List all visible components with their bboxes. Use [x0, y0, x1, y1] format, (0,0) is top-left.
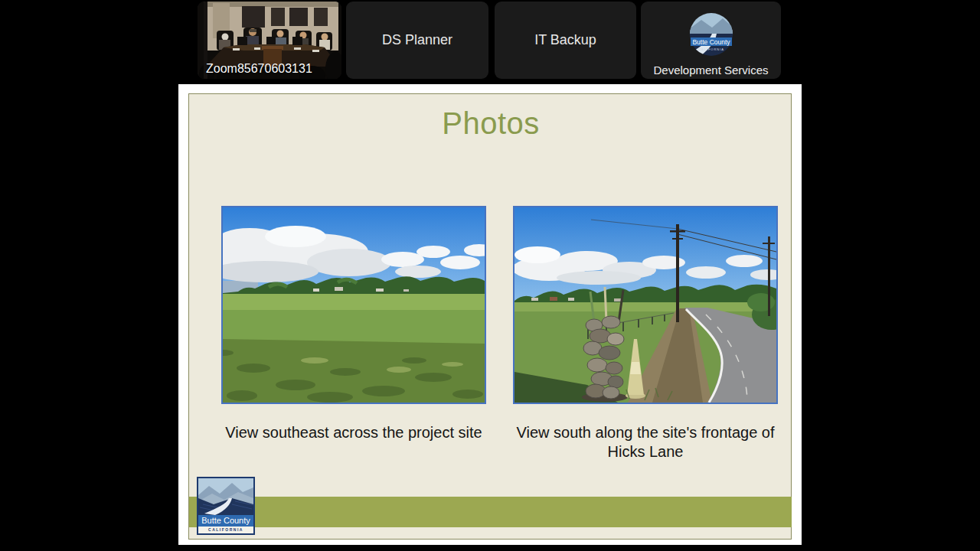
photo-caption-left: View southeast across the project site	[220, 423, 488, 442]
participant-name-label: DS Planner	[346, 2, 488, 79]
logo-banner-text: Butte County	[198, 515, 253, 527]
road-photo-illustration	[514, 207, 776, 403]
svg-text:Butte County: Butte County	[692, 38, 730, 46]
slide-accent-bar	[189, 497, 792, 527]
photo-caption-right: View south along the site's frontage of …	[511, 423, 779, 461]
shared-presentation-slide: Photos	[178, 84, 802, 545]
participant-name-label: IT Backup	[495, 2, 636, 79]
butte-county-round-logo: Butte County CALIFORNIA	[689, 12, 733, 60]
photo-project-site-southeast	[221, 206, 486, 404]
logo-subtext: CALIFORNIA	[198, 527, 253, 533]
participant-name-label: Zoom85670603131	[206, 62, 312, 76]
slide-content-panel: Photos	[188, 93, 792, 540]
slide-title: Photos	[189, 106, 792, 141]
participant-name-label: Development Services	[641, 64, 781, 77]
participant-tile-it-backup[interactable]: IT Backup	[495, 2, 636, 79]
butte-county-logo-art	[198, 478, 253, 515]
svg-text:CALIFORNIA: CALIFORNIA	[697, 47, 724, 51]
participant-tile-ds-planner[interactable]: DS Planner	[346, 2, 488, 79]
zoom-meeting-screen: Zoom85670603131 DS Planner IT Backup But…	[0, 0, 980, 551]
participant-tile-development-services[interactable]: Butte County CALIFORNIA Development Serv…	[641, 2, 781, 79]
butte-county-square-logo: Butte County CALIFORNIA	[197, 477, 255, 535]
participant-tile-room-camera[interactable]: Zoom85670603131	[198, 2, 341, 79]
field-photo-illustration	[223, 207, 485, 403]
photo-hicks-lane-frontage	[513, 206, 778, 404]
